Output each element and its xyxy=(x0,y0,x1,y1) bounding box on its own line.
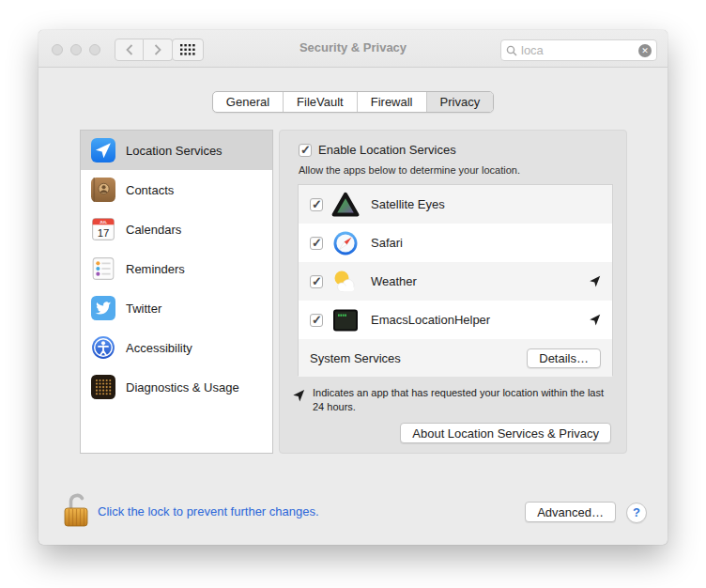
tab-bar: General FileVault Firewall Privacy xyxy=(38,91,668,113)
footnote-text: Indicates an app that has requested your… xyxy=(313,386,609,413)
app-name: Weather xyxy=(371,274,589,288)
sidebar-item-contacts[interactable]: Contacts xyxy=(81,170,272,209)
sidebar-item-label: Location Services xyxy=(126,144,223,158)
sidebar-item-label: Calendars xyxy=(126,223,181,237)
app-checkbox[interactable] xyxy=(310,237,323,250)
app-name: Safari xyxy=(371,236,589,250)
sidebar-item-label: Diagnostics & Usage xyxy=(126,380,239,395)
recent-location-arrow-icon xyxy=(589,314,601,326)
terminal-icon xyxy=(331,306,360,334)
app-list: Satellite Eyes Safari xyxy=(298,184,613,376)
lock-hint-link[interactable]: Click the lock to prevent further change… xyxy=(98,504,319,518)
unlocked-lock-icon[interactable] xyxy=(62,490,90,534)
about-location-services-button[interactable]: About Location Services & Privacy xyxy=(400,423,611,443)
sidebar-item-reminders[interactable]: Reminders xyxy=(81,249,272,288)
location-arrow-icon xyxy=(91,138,115,162)
sidebar-item-label: Contacts xyxy=(126,183,174,197)
search-input[interactable] xyxy=(521,43,638,57)
system-services-label: System Services xyxy=(310,351,527,365)
app-checkbox[interactable] xyxy=(310,198,323,211)
diagnostics-grid-icon xyxy=(91,375,115,399)
advanced-button[interactable]: Advanced… xyxy=(525,502,616,522)
tab-general[interactable]: General xyxy=(213,92,283,112)
tab-filevault[interactable]: FileVault xyxy=(283,92,357,112)
privacy-sidebar: Location Services Contacts JUL xyxy=(80,130,273,454)
svg-text:17: 17 xyxy=(98,227,110,239)
weather-sun-cloud-icon xyxy=(331,268,360,296)
reminders-list-icon xyxy=(91,256,115,281)
sidebar-item-label: Reminders xyxy=(126,262,185,276)
contacts-book-icon xyxy=(91,178,115,202)
search-icon xyxy=(506,45,517,56)
app-row-weather: Weather xyxy=(299,262,612,301)
search-field[interactable]: ✕ xyxy=(500,39,657,61)
enable-location-services-row: Enable Location Services xyxy=(299,143,456,157)
location-arrow-icon xyxy=(292,389,305,402)
app-name: EmacsLocationHelper xyxy=(371,313,589,327)
recent-request-footnote: Indicates an app that has requested your… xyxy=(292,386,616,413)
safari-compass-icon xyxy=(331,229,360,257)
location-services-panel: Enable Location Services Allow the apps … xyxy=(279,130,627,454)
enable-location-services-label: Enable Location Services xyxy=(318,143,456,157)
sidebar-item-accessibility[interactable]: Accessibility xyxy=(81,328,272,367)
app-name: Satellite Eyes xyxy=(371,197,589,211)
app-checkbox[interactable] xyxy=(310,275,323,288)
clear-search-icon[interactable]: ✕ xyxy=(638,44,652,57)
enable-location-services-checkbox[interactable] xyxy=(299,144,312,157)
twitter-bird-icon xyxy=(91,296,115,320)
tab-firewall[interactable]: Firewall xyxy=(357,92,426,112)
sidebar-item-calendars[interactable]: JUL 17 Calendars xyxy=(81,209,272,249)
svg-text:JUL: JUL xyxy=(100,220,108,224)
system-services-row: System Services Details… xyxy=(299,339,612,377)
sidebar-item-twitter[interactable]: Twitter xyxy=(81,288,272,328)
help-button[interactable]: ? xyxy=(626,503,647,523)
sidebar-item-label: Accessibility xyxy=(126,341,192,355)
panel-description: Allow the apps below to determine your l… xyxy=(299,164,520,176)
sidebar-item-location-services[interactable]: Location Services xyxy=(81,131,272,170)
calendar-icon: JUL 17 xyxy=(91,217,115,241)
sidebar-item-label: Twitter xyxy=(126,302,161,316)
recent-location-arrow-icon xyxy=(589,275,601,287)
tab-privacy[interactable]: Privacy xyxy=(426,92,494,112)
title-bar: Security & Privacy ✕ xyxy=(38,30,668,68)
app-row-emacslocationhelper: EmacsLocationHelper xyxy=(299,301,612,339)
app-row-satellite-eyes: Satellite Eyes xyxy=(299,185,612,224)
satellite-eyes-icon xyxy=(331,191,360,219)
security-privacy-window: Security & Privacy ✕ General FileVault F… xyxy=(38,30,668,545)
details-button[interactable]: Details… xyxy=(527,348,601,368)
app-row-safari: Safari xyxy=(299,224,612,262)
accessibility-figure-icon xyxy=(91,335,115,360)
sidebar-item-diagnostics-usage[interactable]: Diagnostics & Usage xyxy=(81,367,272,407)
app-checkbox[interactable] xyxy=(310,314,323,327)
